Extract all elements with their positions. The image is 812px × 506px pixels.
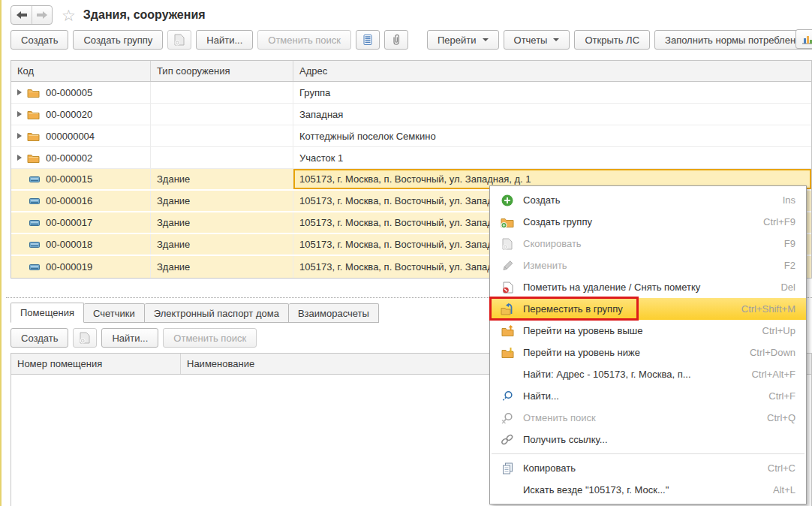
column-header-room-number[interactable]: Номер помещения [11,354,181,374]
expand-triangle-icon[interactable] [17,133,22,139]
menu-item-label: Копировать [523,462,759,474]
tab-house-passport[interactable]: Электронный паспорт дома [145,303,289,323]
context-menu-item[interactable]: Создать группуCtrl+F9 [490,211,806,233]
goto-button[interactable]: Перейти [427,30,499,50]
table-row[interactable]: 000000004Коттеджный поселок Семкино [11,125,811,147]
tab-settlements[interactable]: Взаиморасчеты [289,303,379,323]
level-up-icon [499,325,516,337]
code-text: 00-000019 [46,261,92,273]
context-menu-item[interactable]: Переместить в группуCtrl+Shift+M [490,298,806,320]
context-menu-item[interactable]: ИзменитьF2 [490,255,806,276]
expand-triangle-icon[interactable] [17,111,22,117]
expand-triangle-icon[interactable] [17,89,22,95]
chart-button[interactable] [795,29,812,49]
rooms-cancel-search-button[interactable]: Отменить поиск [163,328,257,348]
table-row[interactable]: 00-000005Группа [11,82,811,104]
context-menu-item[interactable]: СкопироватьF9 [490,233,806,255]
column-header-address[interactable]: Адрес [293,61,811,81]
window-edge [0,0,2,506]
page-title: Здания, сооружения [83,8,206,22]
cell-code: 00-000016 [11,191,151,211]
reports-button[interactable]: Отчеты [504,30,570,50]
context-menu-item[interactable]: Перейти на уровень нижеCtrl+Down [490,342,806,363]
find-button[interactable]: Найти... [196,30,253,50]
code-text: 00-000020 [46,109,92,120]
table-row[interactable]: 00-000020Западная [11,104,811,125]
app-window: ☆ Здания, сооружения Создать Создать гру… [0,0,812,506]
menu-item-label: Скопировать [523,238,775,249]
tab-rooms[interactable]: Помещения [11,303,84,323]
open-ls-button[interactable]: Открыть ЛС [574,30,650,50]
table-header-row: Код Тип сооружения Адрес [11,61,811,82]
menu-item-shortcut: Ctrl+Alt+F [751,369,795,380]
copy-pages-icon [499,462,516,474]
cell-code: 00-000005 [11,82,151,103]
tab-meters[interactable]: Счетчики [84,303,145,323]
menu-separator [492,453,804,454]
expand-triangle-icon[interactable] [17,155,22,161]
rooms-find-button[interactable]: Найти... [101,328,158,348]
menu-item-label: Искать везде "105173, г. Моск..." [523,484,764,495]
copy-icon [80,332,90,344]
menu-item-label: Получить ссылку... [523,434,786,445]
context-menu-item[interactable]: Искать везде "105173, г. Моск..."Alt+L [490,479,806,501]
fill-norms-button[interactable]: Заполнить нормы потребления [654,30,812,50]
cell-code: 00-000018 [11,234,151,255]
attachments-button[interactable] [384,30,408,50]
create-group-button[interactable]: Создать группу [73,30,163,50]
cell-code: 00-000019 [11,256,151,278]
menu-item-shortcut: F2 [784,260,795,271]
chevron-down-icon [483,38,489,41]
table-row[interactable]: 00-000002Участок 1 [11,147,811,169]
column-header-type[interactable]: Тип сооружения [151,61,293,81]
rooms-copy-button[interactable] [73,328,97,348]
code-text: 00-000002 [46,152,92,164]
menu-item-label: Найти... [523,390,759,402]
menu-item-shortcut: Ctrl+F9 [763,216,795,227]
menu-item-label: Создать [523,194,774,206]
item-dash-icon [29,242,40,248]
menu-item-label: Перейти на уровень выше [523,325,753,336]
copy-icon [174,34,185,46]
main-toolbar: Создать Создать группу Найти... Отменить… [11,29,812,50]
folder-icon [27,87,40,98]
cancel-search-button[interactable]: Отменить поиск [257,30,351,50]
menu-item-label: Перейти на уровень ниже [523,347,741,358]
paperclip-icon [391,34,401,46]
cell-type [151,104,293,125]
menu-item-label: Переместить в группу [523,303,732,315]
context-menu-item[interactable]: СоздатьIns [490,189,806,211]
back-arrow-icon [16,11,28,20]
context-menu-item[interactable]: Найти: Адрес - 105173, г. Москва, п...Ct… [490,363,806,385]
context-menu-item[interactable]: КопироватьCtrl+C [490,457,806,479]
goto-label: Перейти [438,35,477,46]
back-button[interactable] [11,6,32,24]
list-settings-button[interactable] [356,30,380,50]
context-menu-item[interactable]: Перейти на уровень вышеCtrl+Up [490,320,806,342]
favorite-star-icon[interactable]: ☆ [62,8,76,23]
menu-item-shortcut: Ctrl+Down [750,347,795,358]
column-header-code[interactable]: Код [11,61,151,81]
history-nav [11,5,53,25]
context-menu-item[interactable]: Отменить поискCtrl+Q [490,407,806,429]
context-menu-item[interactable]: Пометить на удаление / Снять пометкуDel [490,276,806,298]
context-menu-item[interactable]: Получить ссылку... [490,429,806,450]
item-dash-icon [29,198,40,204]
cell-type: Здание [151,169,293,189]
list-settings-icon [362,34,374,46]
menu-item-shortcut: Ctrl+Up [762,325,795,336]
create-button[interactable]: Создать [11,30,68,50]
cell-type: Здание [151,234,293,255]
rooms-create-button[interactable]: Создать [11,328,68,348]
cell-type [151,125,293,146]
menu-item-shortcut: Del [780,282,795,293]
mark-delete-icon [499,282,516,294]
cell-code: 00-000020 [11,104,151,125]
link-icon [499,434,516,445]
forward-button[interactable] [32,6,52,24]
copy-button[interactable] [167,30,191,50]
context-menu-item[interactable]: Найти...Ctrl+F [490,385,806,407]
cell-address: Группа [293,82,811,103]
cell-code: 00-000017 [11,212,151,233]
forward-arrow-icon [36,11,48,20]
